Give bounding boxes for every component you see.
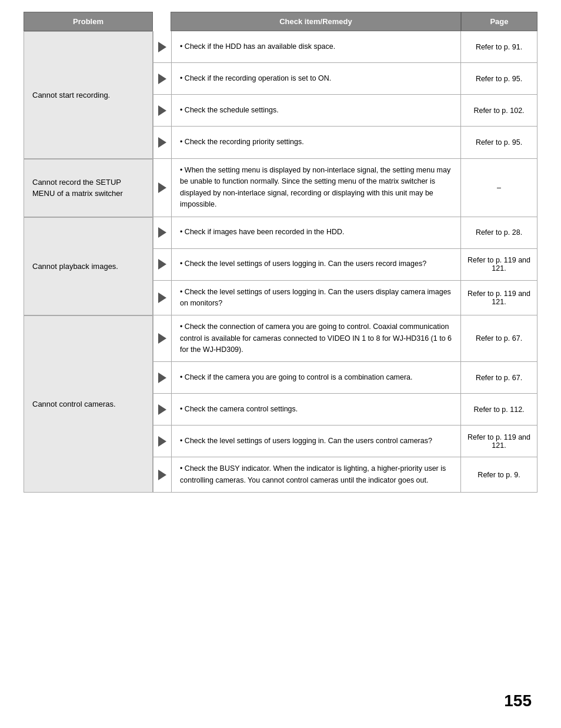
arrow-icon [158, 292, 166, 303]
page-ref: Refer to p. 9. [461, 457, 537, 492]
check-item-text: • Check the level settings of users logg… [172, 426, 461, 457]
table-row: • Check the level settings of users logg… [153, 249, 537, 281]
arrow-cell [153, 457, 172, 492]
table-row: • Check if the recording operation is se… [153, 63, 537, 95]
check-item-text: • Check the camera control settings. [172, 394, 461, 425]
arrow-cell [153, 31, 172, 62]
problem-group-cannot-playback-images: Cannot playback images.• Check if images… [24, 217, 537, 316]
page-number: 155 [504, 692, 532, 710]
table-body: Cannot start recording.• Check if the HD… [24, 31, 537, 493]
problem-label: Cannot control cameras. [24, 315, 153, 492]
check-item-text: • Check if the camera you are going to c… [172, 362, 461, 393]
page-ref: Refer to p. 95. [461, 63, 537, 94]
problem-label: Cannot playback images. [24, 217, 153, 315]
check-rows: • Check the connection of camera you are… [153, 315, 537, 492]
page-ref: Refer to p. 67. [461, 315, 537, 361]
table-row: • Check the schedule settings.Refer to p… [153, 95, 537, 127]
arrow-icon [158, 373, 166, 383]
check-item-text: • Check if the recording operation is se… [172, 63, 461, 94]
arrow-icon [158, 470, 166, 480]
check-item-text: • Check the connection of camera you are… [172, 315, 461, 361]
page-ref: Refer to p. 119 and 121. [461, 281, 537, 315]
header-problem: Problem [24, 12, 153, 31]
arrow-icon [158, 333, 166, 344]
header-page: Page [461, 12, 537, 31]
page-ref: Refer to p. 119 and 121. [461, 426, 537, 457]
arrow-icon [158, 42, 166, 52]
arrow-icon [158, 404, 166, 415]
page-ref: Refer to p. 119 and 121. [461, 249, 537, 280]
arrow-cell [153, 63, 172, 94]
check-item-text: • Check the level settings of users logg… [172, 281, 461, 315]
arrow-icon [158, 436, 166, 447]
page-ref: Refer to p. 102. [461, 95, 537, 126]
arrow-cell [153, 159, 172, 217]
problem-group-cannot-control-cameras: Cannot control cameras.• Check the conne… [24, 315, 537, 493]
arrow-cell [153, 217, 172, 248]
table-row: • Check the level settings of users logg… [153, 281, 537, 315]
arrow-cell [153, 426, 172, 457]
arrow-cell [153, 394, 172, 425]
page-ref: Refer to p. 95. [461, 127, 537, 158]
check-item-text: • Check if the HDD has an available disk… [172, 31, 461, 62]
arrow-icon [158, 74, 166, 84]
check-rows: • Check if images have been recorded in … [153, 217, 537, 315]
table-row: • Check if images have been recorded in … [153, 217, 537, 249]
page-ref: Refer to p. 67. [461, 362, 537, 393]
table-row: • When the setting menu is displayed by … [153, 159, 537, 217]
table-row: • Check the BUSY indicator. When the ind… [153, 457, 537, 492]
check-item-text: • Check the recording priority settings. [172, 127, 461, 158]
table-row: • Check if the HDD has an available disk… [153, 31, 537, 63]
table-row: • Check the level settings of users logg… [153, 426, 537, 457]
check-item-text: • Check the schedule settings. [172, 95, 461, 126]
arrow-icon [158, 227, 166, 238]
check-item-text: • Check if images have been recorded in … [172, 217, 461, 248]
check-rows: • Check if the HDD has an available disk… [153, 31, 537, 158]
arrow-cell [153, 249, 172, 280]
problem-label: Cannot start recording. [24, 31, 153, 158]
table-row: • Check the connection of camera you are… [153, 315, 537, 362]
page-ref: Refer to p. 28. [461, 217, 537, 248]
arrow-cell [153, 95, 172, 126]
table-header: Problem Check item/Remedy Page [24, 12, 537, 31]
problem-group-cannot-start-recording: Cannot start recording.• Check if the HD… [24, 31, 537, 159]
arrow-icon [158, 259, 166, 270]
problem-group-cannot-record-setup-menu: Cannot record the SETUP MENU of a matrix… [24, 159, 537, 217]
check-item-text: • Check the level settings of users logg… [172, 249, 461, 280]
arrow-cell [153, 127, 172, 158]
check-item-text: • When the setting menu is displayed by … [172, 159, 461, 217]
header-check-item: Check item/Remedy [171, 12, 461, 31]
arrow-cell [153, 315, 172, 361]
check-item-text: • Check the BUSY indicator. When the ind… [172, 457, 461, 492]
arrow-cell [153, 281, 172, 315]
arrow-icon [158, 182, 166, 193]
problem-label: Cannot record the SETUP MENU of a matrix… [24, 159, 153, 217]
table-row: • Check the recording priority settings.… [153, 127, 537, 158]
table-row: • Check if the camera you are going to c… [153, 362, 537, 394]
table-row: • Check the camera control settings.Refe… [153, 394, 537, 426]
check-rows: • When the setting menu is displayed by … [153, 159, 537, 217]
arrow-cell [153, 362, 172, 393]
page-ref: – [461, 159, 537, 217]
arrow-icon [158, 137, 166, 148]
page-ref: Refer to p. 112. [461, 394, 537, 425]
page-ref: Refer to p. 91. [461, 31, 537, 62]
arrow-icon [158, 105, 166, 116]
